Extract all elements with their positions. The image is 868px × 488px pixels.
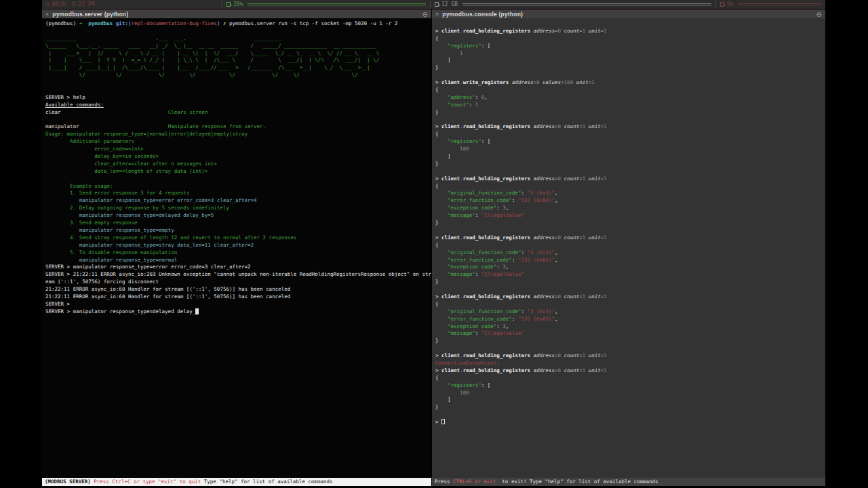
text-segment: =1 <box>579 28 589 34</box>
text-segment: =0 <box>555 235 564 241</box>
text-segment: "IllegalValue" <box>481 271 524 277</box>
text-segment: "131 (0x83)" <box>518 316 555 322</box>
server-tab-title[interactable]: pymodbus.server (python) <box>52 11 128 18</box>
text-segment: ] <box>435 57 451 63</box>
text-segment: : [ <box>481 382 491 388</box>
text-segment: "registers" <box>448 382 481 388</box>
text-segment: } <box>435 404 439 410</box>
text-segment <box>435 190 448 196</box>
text-segment: : <box>475 271 481 277</box>
terminal-line: |____| / ____|__|_| /\____/\____ | |___ … <box>45 64 431 72</box>
text-segment: 4. Send stray response of length 12 and … <box>45 235 296 241</box>
text-segment: 1 <box>435 50 463 56</box>
terminal-line: 5. To disable response manipulation <box>45 249 431 257</box>
terminal-line: ConnectionException() <box>435 360 825 367</box>
cpu-icon <box>720 2 724 7</box>
text-segment <box>435 308 448 314</box>
text-segment: } <box>435 279 439 285</box>
text-segment <box>435 94 448 100</box>
close-icon[interactable]: × <box>435 11 439 18</box>
terminal-line: (pymodbus) ➜ pymodbus git:(repl-document… <box>45 20 431 28</box>
terminal-line: } <box>435 109 825 117</box>
text-segment: } <box>435 161 439 167</box>
text-segment: > <box>435 293 441 300</box>
text-segment: ] <box>435 153 451 159</box>
text-segment: : <box>475 330 481 336</box>
collapse-icon[interactable]: ⊖ <box>422 11 428 18</box>
text-segment: clear <box>45 109 61 115</box>
text-segment: count <box>564 235 580 241</box>
text-segment: : <box>496 205 502 211</box>
text-segment: , <box>506 264 509 270</box>
text-segment: unit <box>589 367 601 373</box>
text-segment: "exception code" <box>448 264 496 270</box>
text-segment: "exception code" <box>448 323 496 329</box>
text-segment: |____| / ____|__|_| /\____/\____ | |___ … <box>45 64 370 70</box>
text-segment: "address" <box>448 94 475 100</box>
text-segment: ] <box>435 396 451 403</box>
text-segment: "error_function_code" <box>448 257 512 263</box>
console-terminal-output[interactable]: > client.read_holding_registers address=… <box>432 18 825 478</box>
text-segment: \______ \___.__. _____ ____ __| _/ \_ |_… <box>45 43 376 49</box>
text-segment: pymodbus <box>88 20 116 26</box>
memory-amount: 12 GB <box>441 1 458 7</box>
text-segment: read_holding_registers <box>463 352 534 359</box>
text-segment: clear_after=<clear after n messages int> <box>45 161 217 167</box>
text-segment: "exception code" <box>448 205 496 211</box>
text-segment: "131 (0x83)" <box>518 257 555 263</box>
terminal-line: > client.write_registers address=0 value… <box>435 79 825 87</box>
terminal-line: { <box>435 301 825 308</box>
text-segment: unit <box>589 235 601 241</box>
terminal-line: manipulator response_type=error error_co… <box>45 197 431 205</box>
server-status-bar: (MODBUS SERVER) Press Ctrl+C or type "ex… <box>42 478 431 486</box>
terminal-line <box>45 79 431 87</box>
text-segment: "count" <box>448 102 469 108</box>
text-segment <box>435 249 448 256</box>
terminal-line: manipulator response_type=empty <box>45 227 431 235</box>
text-segment <box>435 205 448 211</box>
text-segment: , <box>555 308 558 314</box>
text-segment: : <box>469 102 475 108</box>
text-segment: : [ <box>481 138 491 144</box>
terminal-line: "registers": [ <box>435 382 825 390</box>
console-tab-title[interactable]: pymodbus.console (python) <box>442 11 523 18</box>
text-segment: address <box>534 367 555 373</box>
text-segment: "registers" <box>448 43 481 49</box>
terminal-line: ] <box>435 57 825 64</box>
terminal-line: 21:22:11 ERROR async_io:60 Handler for s… <box>45 286 431 293</box>
text-segment: read_holding_registers <box>463 123 534 129</box>
text-segment: =0 <box>555 367 564 373</box>
close-icon[interactable]: × <box>45 11 49 18</box>
text-segment <box>61 109 168 115</box>
text-segment: =1 <box>601 293 607 300</box>
text-segment: > <box>435 176 441 182</box>
terminal-line: "registers": [ <box>435 43 825 50</box>
text-segment: { <box>435 183 439 189</box>
text-segment: > <box>435 367 441 373</box>
text-segment: { <box>435 301 439 307</box>
collapse-icon[interactable]: ⊖ <box>816 11 822 18</box>
cursor <box>441 419 445 424</box>
terminal-line: "original_function_code": "3 (0x3)", <box>435 190 825 197</box>
text-segment: 1 <box>475 102 479 108</box>
terminal-line: { <box>435 183 825 190</box>
terminal-line: "original_function_code": "3 (0x3)", <box>435 308 825 316</box>
terminal-line <box>435 227 825 235</box>
terminal-line: "count": 1 <box>435 102 825 109</box>
text-segment: manipulator response_type=empty <box>45 227 174 233</box>
text-segment: \/ \/ \/ \/ \/ \/ \/ \/ <box>45 72 358 78</box>
text-segment: to exit! Type "help" for list of availab… <box>499 479 658 485</box>
text-segment: =1 <box>579 235 589 241</box>
text-segment: client <box>441 352 460 359</box>
terminal-line: | | \___ | Y Y ( <_> ) /_/ | | \_\ \ | /… <box>45 57 431 64</box>
server-terminal-output[interactable]: (pymodbus) ➜ pymodbus git:(repl-document… <box>42 18 431 478</box>
text-segment: manipulator response_type=error error_co… <box>45 197 257 203</box>
terminal-line: } <box>435 220 825 227</box>
terminal-line: manipulator Manipulate response from ser… <box>45 123 431 131</box>
text-segment: pymodbus.server run -s tcp -f socket -mp… <box>229 20 397 26</box>
terminal-line: "exception code": 3, <box>435 323 825 331</box>
text-segment <box>435 257 448 263</box>
text-segment: unit <box>589 352 601 359</box>
terminal-line: SERVER > help <box>45 94 431 102</box>
text-segment <box>435 271 448 277</box>
